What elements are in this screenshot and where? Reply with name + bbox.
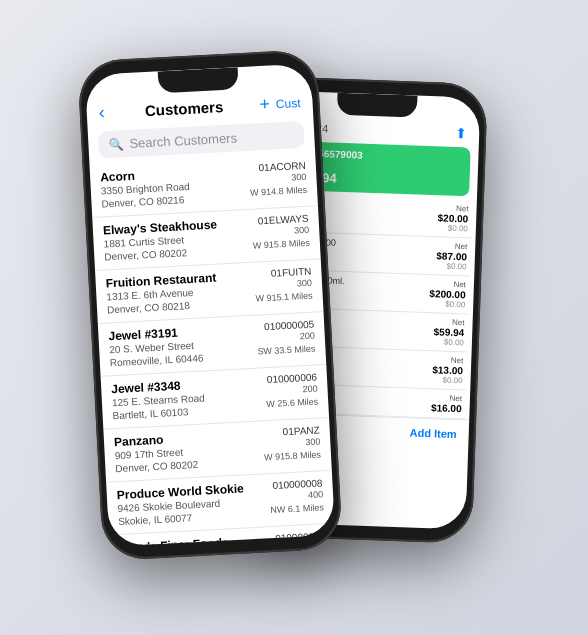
customer-meta: 01ACORN 300 W 914.8 Miles (249, 160, 308, 199)
customer-info: Elway's Steakhouse 1881 Curtis Street De… (103, 218, 219, 264)
customer-distance: SW 33.5 Miles (257, 342, 316, 358)
share-icon[interactable]: ⬆ (455, 125, 468, 141)
back-button[interactable]: ‹ (98, 102, 105, 123)
customer-info: Fruition Restaurant 1313 E. 6th Avenue D… (105, 271, 218, 317)
customer-meta: 010000008 400 NW 6.1 Miles (269, 477, 324, 516)
phone-front: ‹ Customers + Cust 🔍 Search Customers Ac… (77, 49, 343, 561)
item-adj: $0.00 (416, 261, 466, 272)
customer-meta: 010000005 200 SW 33.5 Miles (256, 319, 316, 358)
customer-address: 9426 Skokie Boulevard Skokie, IL 60077 (117, 495, 245, 528)
customer-info: Jewel #3191 20 S. Weber Street Romeovill… (108, 324, 204, 369)
customer-address: 20 S. Weber Street Romeoville, IL 60446 (109, 338, 204, 369)
item-price-col: Net $200.00 $0.00 (415, 279, 466, 310)
cust-button[interactable]: Cust (276, 95, 301, 110)
customer-code: 010000007 (275, 530, 326, 544)
search-icon: 🔍 (108, 137, 124, 152)
customer-info: Jewel #3348 125 E. Stearns Road Bartlett… (111, 377, 206, 422)
customer-info: Produce World Skokie 9426 Skokie Bouleva… (116, 481, 245, 528)
customer-address: 909 17th Street Denver, CO 80202 (114, 445, 198, 475)
item-adj: $0.00 (412, 375, 462, 386)
page-title: Customers (108, 96, 259, 121)
customer-info: Acorn 3350 Brighton Road Denver, CO 8021… (100, 166, 191, 211)
customer-name: Tony's Finer Foods (119, 535, 229, 546)
front-screen: ‹ Customers + Cust 🔍 Search Customers Ac… (85, 63, 335, 546)
item-price-col: Net $59.94 $0.00 (414, 317, 465, 348)
customer-meta: 01PANZ 300 W 915.8 Miles (262, 424, 321, 463)
customer-meta: 01FUITN 300 W 915.1 Miles (254, 266, 313, 305)
item-price-col: Net $16.00 (411, 393, 462, 415)
customer-info: Tony's Finer Foods (119, 535, 229, 546)
customer-distance: W 915.8 Miles (253, 236, 311, 252)
item-price-col: Net $87.00 $0.00 (416, 241, 467, 272)
customer-distance: W 915.8 Miles (264, 448, 322, 464)
search-placeholder: Search Customers (129, 130, 237, 151)
item-adj: $0.00 (415, 299, 465, 310)
customer-distance: W 25.6 Miles (266, 395, 319, 410)
item-price-col: Net $13.00 $0.00 (412, 355, 463, 386)
item-price: $16.00 (411, 402, 461, 415)
item-adj: $0.00 (414, 337, 464, 348)
customer-meta: 010000007 (275, 530, 326, 544)
customer-distance: NW 6.1 Miles (270, 501, 324, 516)
customer-info: Panzano 909 17th Street Denver, CO 80202 (114, 431, 199, 475)
header-actions: + Cust (259, 92, 301, 115)
customer-address: 3350 Brighton Road Denver, CO 80216 (101, 180, 191, 211)
add-item-button[interactable]: Add Item (409, 426, 456, 440)
item-adj: $0.00 (418, 223, 468, 234)
customer-distance: W 915.1 Miles (255, 289, 313, 305)
customer-distance: W 914.8 Miles (250, 183, 308, 199)
customer-list: Acorn 3350 Brighton Road Denver, CO 8021… (90, 153, 336, 546)
notch-back (337, 93, 418, 118)
customer-address: 1313 E. 6th Avenue Denver, CO 80218 (106, 285, 218, 317)
customer-address: 1881 Curtis Street Denver, CO 80202 (103, 232, 218, 264)
customer-meta: 010000006 200 W 25.6 Miles (265, 372, 319, 411)
item-price-col: Net $20.00 $0.00 (418, 203, 469, 234)
customer-address: 125 E. Stearns Road Bartlett, IL 60103 (112, 391, 206, 422)
add-customer-button[interactable]: + (259, 94, 271, 116)
customer-meta: 01ELWAYS 300 W 915.8 Miles (251, 213, 310, 252)
